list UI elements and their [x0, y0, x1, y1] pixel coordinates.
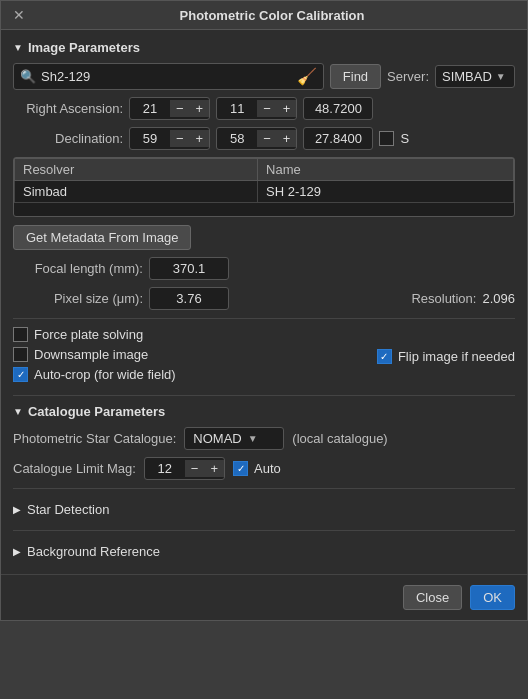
pixel-size-label: Pixel size (μm):: [13, 291, 143, 306]
search-box[interactable]: 🔍 🧹: [13, 63, 324, 90]
star-detection-label: Star Detection: [27, 502, 109, 517]
dec-label: Declination:: [13, 131, 123, 146]
name-cell: SH 2-129: [258, 181, 514, 203]
server-value: SIMBAD: [442, 69, 492, 84]
pixel-size-resolution-row: Pixel size (μm): 3.76 Resolution: 2.096: [13, 287, 515, 310]
focal-length-row: Focal length (mm): 370.1: [13, 257, 515, 280]
limit-mag-row: Catalogue Limit Mag: − + Auto: [13, 457, 515, 480]
bottom-buttons: Close OK: [1, 574, 527, 620]
col-name: Name: [258, 159, 514, 181]
dec-s-label: S: [400, 131, 409, 146]
flip-image-label: Flip image if needed: [398, 349, 515, 364]
background-reference-triangle-icon: ▶: [13, 546, 21, 557]
triangle-down-icon: ▼: [13, 42, 23, 53]
autocrop-checkbox[interactable]: [13, 367, 28, 382]
metadata-row: Get Metadata From Image: [13, 225, 515, 250]
ra-hours-plus[interactable]: +: [190, 100, 210, 117]
ra-seconds-display: 48.7200: [303, 97, 373, 120]
dec-minutes-plus[interactable]: +: [277, 130, 297, 147]
get-metadata-button[interactable]: Get Metadata From Image: [13, 225, 191, 250]
server-dropdown-arrow: ▼: [496, 71, 506, 82]
main-window: ✕ Photometric Color Calibration ▼ Image …: [0, 0, 528, 621]
resolver-cell: Simbad: [15, 181, 258, 203]
dec-seconds-display: 27.8400: [303, 127, 373, 150]
results-table: Resolver Name Simbad SH 2-129: [14, 158, 514, 203]
results-table-area: Resolver Name Simbad SH 2-129: [13, 157, 515, 217]
resolution-value: 2.096: [482, 291, 515, 306]
star-catalogue-label: Photometric Star Catalogue:: [13, 431, 176, 446]
ra-hours-minus[interactable]: −: [170, 100, 190, 117]
limit-mag-input[interactable]: [145, 458, 185, 479]
background-reference-label: Background Reference: [27, 544, 160, 559]
titlebar: ✕ Photometric Color Calibration: [1, 1, 527, 30]
catalogue-note: (local catalogue): [292, 431, 387, 446]
auto-checkbox[interactable]: [233, 461, 248, 476]
catalogue-dropdown[interactable]: NOMAD ▼: [184, 427, 284, 450]
catalogue-value: NOMAD: [193, 431, 241, 446]
autocrop-label: Auto-crop (for wide field): [34, 367, 176, 382]
ra-hours-spinbox: − +: [129, 97, 210, 120]
dec-degrees-input[interactable]: [130, 128, 170, 149]
star-catalogue-row: Photometric Star Catalogue: NOMAD ▼ (loc…: [13, 427, 515, 450]
catalogue-dropdown-arrow: ▼: [248, 433, 258, 444]
clear-icon[interactable]: 🧹: [297, 67, 317, 86]
dec-degrees-plus[interactable]: +: [190, 130, 210, 147]
downsample-row: Downsample image: [13, 347, 367, 362]
col-resolver: Resolver: [15, 159, 258, 181]
force-plate-label: Force plate solving: [34, 327, 143, 342]
autocrop-row: Auto-crop (for wide field): [13, 367, 367, 382]
star-detection-header[interactable]: ▶ Star Detection: [13, 497, 515, 522]
ra-minutes-spinbox: − +: [216, 97, 297, 120]
search-icon: 🔍: [20, 69, 36, 84]
catalogue-parameters-label: Catalogue Parameters: [28, 404, 165, 419]
ra-row: Right Ascension: − + − + 48.7200: [13, 97, 515, 120]
ok-button[interactable]: OK: [470, 585, 515, 610]
dec-minutes-input[interactable]: [217, 128, 257, 149]
pixel-size-value: 3.76: [149, 287, 229, 310]
ra-hours-input[interactable]: [130, 98, 170, 119]
force-plate-row: Force plate solving: [13, 327, 367, 342]
focal-length-value: 370.1: [149, 257, 229, 280]
server-label: Server:: [387, 69, 429, 84]
flip-image-row: Flip image if needed: [377, 349, 515, 364]
window-title: Photometric Color Calibration: [27, 8, 517, 23]
star-detection-triangle-icon: ▶: [13, 504, 21, 515]
catalogue-triangle-icon: ▼: [13, 406, 23, 417]
dec-row: Declination: − + − + 27.8400 S: [13, 127, 515, 150]
dec-minutes-minus[interactable]: −: [257, 130, 277, 147]
flip-image-checkbox[interactable]: [377, 349, 392, 364]
resolution-label: Resolution:: [411, 291, 476, 306]
ra-minutes-minus[interactable]: −: [257, 100, 277, 117]
catalogue-parameters-header[interactable]: ▼ Catalogue Parameters: [13, 404, 515, 419]
focal-length-label: Focal length (mm):: [13, 261, 143, 276]
limit-mag-label: Catalogue Limit Mag:: [13, 461, 136, 476]
limit-mag-minus[interactable]: −: [185, 460, 205, 477]
close-button[interactable]: Close: [403, 585, 462, 610]
auto-row: Auto: [233, 461, 281, 476]
search-input[interactable]: [41, 69, 292, 84]
dec-degrees-spinbox: − +: [129, 127, 210, 150]
server-select[interactable]: SIMBAD ▼: [435, 65, 515, 88]
downsample-label: Downsample image: [34, 347, 148, 362]
ra-label: Right Ascension:: [13, 101, 123, 116]
downsample-checkbox[interactable]: [13, 347, 28, 362]
limit-mag-spinbox: − +: [144, 457, 225, 480]
dec-extra-checkbox[interactable]: [379, 131, 394, 146]
dec-degrees-minus[interactable]: −: [170, 130, 190, 147]
image-parameters-label: Image Parameters: [28, 40, 140, 55]
close-icon[interactable]: ✕: [11, 7, 27, 23]
search-row: 🔍 🧹 Find Server: SIMBAD ▼: [13, 63, 515, 90]
ra-minutes-input[interactable]: [217, 98, 257, 119]
background-reference-header[interactable]: ▶ Background Reference: [13, 539, 515, 564]
ra-minutes-plus[interactable]: +: [277, 100, 297, 117]
table-row[interactable]: Simbad SH 2-129: [15, 181, 514, 203]
dec-minutes-spinbox: − +: [216, 127, 297, 150]
auto-label: Auto: [254, 461, 281, 476]
limit-mag-plus[interactable]: +: [204, 460, 224, 477]
find-button[interactable]: Find: [330, 64, 381, 89]
image-parameters-header[interactable]: ▼ Image Parameters: [13, 40, 515, 55]
checkboxes-area: Force plate solving Downsample image Aut…: [13, 327, 515, 387]
force-plate-checkbox[interactable]: [13, 327, 28, 342]
